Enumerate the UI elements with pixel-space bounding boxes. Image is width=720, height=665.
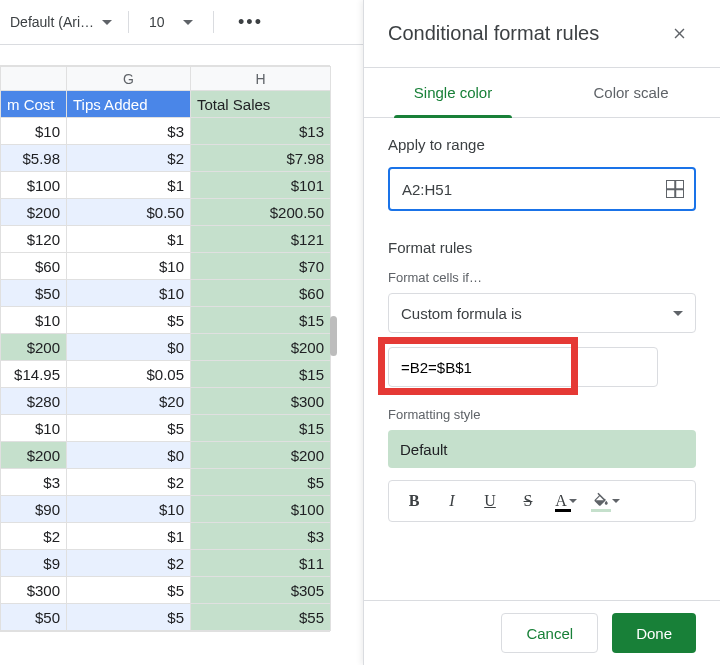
cell[interactable]: $50	[1, 280, 67, 307]
panel-footer: Cancel Done	[364, 600, 720, 665]
fill-color-button[interactable]	[589, 486, 623, 516]
table-row: $9$2$11	[1, 550, 331, 577]
close-panel-button[interactable]	[662, 17, 696, 51]
column-letters-row: G H	[1, 67, 331, 91]
cell[interactable]: $200	[191, 334, 331, 361]
cell[interactable]: $5	[67, 415, 191, 442]
cell[interactable]: $300	[1, 577, 67, 604]
cell[interactable]: $1	[67, 172, 191, 199]
cell[interactable]: $15	[191, 307, 331, 334]
cell[interactable]: $100	[1, 172, 67, 199]
cell[interactable]: $15	[191, 361, 331, 388]
header-cell[interactable]: Tips Added	[67, 91, 191, 118]
col-letter[interactable]	[1, 67, 67, 91]
cell[interactable]: $0	[67, 442, 191, 469]
cell[interactable]: $280	[1, 388, 67, 415]
select-range-icon[interactable]	[666, 180, 684, 198]
cell[interactable]: $1	[67, 523, 191, 550]
spreadsheet[interactable]: G H m CostTips AddedTotal Sales$10$3$13$…	[0, 65, 330, 632]
text-color-button[interactable]: A	[551, 486, 581, 516]
panel-header: Conditional format rules	[364, 0, 720, 68]
cell[interactable]: $3	[191, 523, 331, 550]
cell[interactable]: $5	[67, 577, 191, 604]
cell[interactable]: $10	[1, 415, 67, 442]
spreadsheet-table: G H m CostTips AddedTotal Sales$10$3$13$…	[0, 66, 331, 631]
cell[interactable]: $11	[191, 550, 331, 577]
cancel-button[interactable]: Cancel	[501, 613, 598, 653]
cell[interactable]: $200	[191, 442, 331, 469]
cell[interactable]: $2	[67, 469, 191, 496]
cell[interactable]: $10	[1, 307, 67, 334]
cell[interactable]: $0.50	[67, 199, 191, 226]
cell[interactable]: $20	[67, 388, 191, 415]
cell[interactable]: $60	[1, 253, 67, 280]
underline-button[interactable]: U	[475, 486, 505, 516]
cell[interactable]: $3	[1, 469, 67, 496]
font-family-selector[interactable]: Default (Ari…	[6, 8, 116, 36]
table-row: $200$0.50$200.50	[1, 199, 331, 226]
formatting-style-label: Formatting style	[388, 407, 696, 422]
style-default-chip[interactable]: Default	[388, 430, 696, 468]
header-cell[interactable]: m Cost	[1, 91, 67, 118]
cell[interactable]: $5.98	[1, 145, 67, 172]
format-rules-title: Format rules	[388, 239, 696, 256]
cell[interactable]: $60	[191, 280, 331, 307]
cell[interactable]: $50	[1, 604, 67, 631]
cell[interactable]: $5	[67, 604, 191, 631]
cell[interactable]: $10	[67, 280, 191, 307]
cell[interactable]: $2	[1, 523, 67, 550]
cell[interactable]: $305	[191, 577, 331, 604]
cell[interactable]: $200.50	[191, 199, 331, 226]
cell[interactable]: $10	[67, 253, 191, 280]
cell[interactable]: $121	[191, 226, 331, 253]
more-toolbar-button[interactable]: •••	[226, 8, 267, 36]
table-row: $10$3$13	[1, 118, 331, 145]
cell[interactable]: $5	[191, 469, 331, 496]
cell[interactable]: $55	[191, 604, 331, 631]
range-input[interactable]	[400, 180, 666, 199]
cell[interactable]: $200	[1, 199, 67, 226]
tab-label: Color scale	[593, 84, 668, 101]
cell[interactable]: $10	[1, 118, 67, 145]
cell[interactable]: $9	[1, 550, 67, 577]
col-letter[interactable]: G	[67, 67, 191, 91]
table-row: $5.98$2$7.98	[1, 145, 331, 172]
header-cell[interactable]: Total Sales	[191, 91, 331, 118]
formula-input[interactable]	[389, 359, 657, 376]
cell[interactable]: $70	[191, 253, 331, 280]
tab-single-color[interactable]: Single color	[364, 68, 542, 117]
font-size-selector[interactable]: 10	[141, 8, 201, 36]
cell[interactable]: $101	[191, 172, 331, 199]
cell[interactable]: $13	[191, 118, 331, 145]
condition-select[interactable]: Custom formula is	[388, 293, 696, 333]
strikethrough-button[interactable]: S	[513, 486, 543, 516]
cell[interactable]: $90	[1, 496, 67, 523]
scrollbar-thumb[interactable]	[330, 316, 337, 356]
cell[interactable]: $14.95	[1, 361, 67, 388]
cell[interactable]: $0.05	[67, 361, 191, 388]
cell[interactable]: $5	[67, 307, 191, 334]
cell[interactable]: $3	[67, 118, 191, 145]
format-style-bar: B I U S A	[388, 480, 696, 522]
tab-color-scale[interactable]: Color scale	[542, 68, 720, 117]
range-field[interactable]	[388, 167, 696, 211]
table-row: $10$5$15	[1, 307, 331, 334]
italic-button[interactable]: I	[437, 486, 467, 516]
cell[interactable]: $200	[1, 442, 67, 469]
cell[interactable]: $2	[67, 145, 191, 172]
cell[interactable]: $7.98	[191, 145, 331, 172]
done-button[interactable]: Done	[612, 613, 696, 653]
cell[interactable]: $300	[191, 388, 331, 415]
chevron-down-icon	[569, 499, 577, 503]
cell[interactable]: $10	[67, 496, 191, 523]
cell[interactable]: $2	[67, 550, 191, 577]
cell[interactable]: $120	[1, 226, 67, 253]
cell[interactable]: $200	[1, 334, 67, 361]
cell[interactable]: $1	[67, 226, 191, 253]
cell[interactable]: $0	[67, 334, 191, 361]
bold-button[interactable]: B	[399, 486, 429, 516]
cell[interactable]: $15	[191, 415, 331, 442]
col-letter[interactable]: H	[191, 67, 331, 91]
formula-field[interactable]	[388, 347, 658, 387]
cell[interactable]: $100	[191, 496, 331, 523]
